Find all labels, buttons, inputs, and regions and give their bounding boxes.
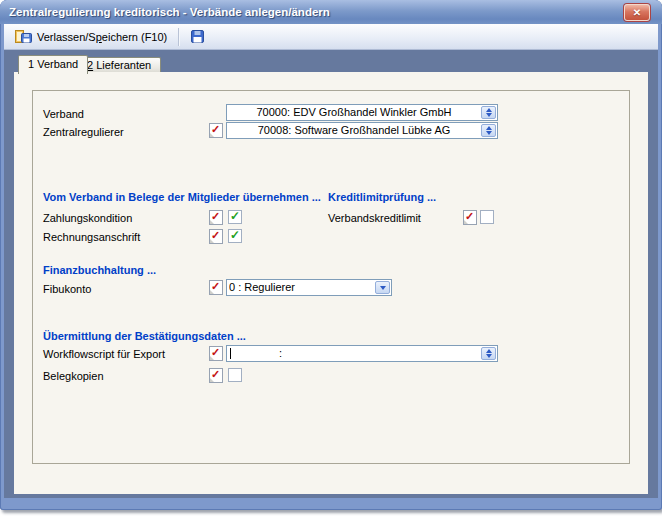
workflowscript-set-indicator-icon[interactable] — [209, 346, 223, 361]
save-icon — [191, 30, 204, 43]
text-caret — [230, 348, 231, 359]
workflowscript-label: Workflowscript für Export — [43, 348, 165, 360]
fibukonto-value: 0 : Regulierer — [229, 281, 373, 294]
rechnungsanschrift-set-indicator-icon[interactable] — [209, 229, 223, 244]
close-icon: ✕ — [633, 7, 641, 19]
tab-verband[interactable]: 1 Verband — [18, 55, 88, 74]
tab-page-verband: Verband 70000: EDV Großhandel Winkler Gm… — [14, 72, 648, 494]
section-uebernehmen: Vom Verband in Belege der Mitglieder übe… — [43, 191, 321, 203]
tab-verband-label: 1 Verband — [28, 58, 78, 70]
title-bar: Zentralregulierung kreditorisch - Verbän… — [0, 0, 662, 24]
zentralregulierer-set-indicator-icon[interactable] — [209, 123, 223, 138]
verbandskreditlimit-set-indicator-icon[interactable] — [463, 210, 477, 225]
close-button[interactable]: ✕ — [624, 4, 650, 21]
belegkopien-checkbox[interactable] — [228, 368, 242, 382]
screen: Zentralregulierung kreditorisch - Verbän… — [0, 0, 662, 518]
fibukonto-set-indicator-icon[interactable] — [209, 280, 223, 295]
verbandskreditlimit-checkbox[interactable] — [480, 210, 494, 224]
verband-value: 70000: EDV Großhandel Winkler GmbH — [229, 106, 479, 119]
verbandskreditlimit-label: Verbandskreditlimit — [328, 212, 421, 224]
belegkopien-label: Belegkopien — [43, 370, 104, 382]
exit-save-button[interactable]: Verlassen/Speichern (F10) — [8, 26, 174, 48]
exit-save-icon — [15, 29, 32, 44]
fibukonto-label: Fibukonto — [43, 283, 91, 295]
workflowscript-spinner-icon[interactable] — [481, 347, 496, 360]
form-groupbox: Verband 70000: EDV Großhandel Winkler Gm… — [32, 90, 630, 464]
rechnungsanschrift-checkbox[interactable] — [228, 229, 242, 243]
zentralregulierer-label: Zentralregulierer — [43, 126, 124, 138]
section-finanzbuchhaltung: Finanzbuchhaltung ... — [43, 264, 156, 276]
verband-combobox[interactable]: 70000: EDV Großhandel Winkler GmbH — [226, 104, 498, 121]
toolbar: Verlassen/Speichern (F10) — [4, 24, 658, 50]
belegkopien-set-indicator-icon[interactable] — [209, 368, 223, 383]
app-window: Zentralregulierung kreditorisch - Verbän… — [0, 0, 662, 510]
zentralregulierer-value: 70008: Software Großhandel Lübke AG — [229, 124, 479, 137]
client-area: 1 Verband 2 Lieferanten Verband 70000: E… — [4, 50, 658, 498]
fibukonto-dropdown-arrow-icon[interactable] — [375, 281, 390, 294]
section-kreditlimitpruefung: Kreditlimitprüfung ... — [328, 191, 436, 203]
tab-lieferanten-label: 2 Lieferanten — [87, 59, 151, 71]
exit-save-label: Verlassen/Speichern (F10) — [37, 31, 167, 43]
workflowscript-input[interactable]: : — [226, 345, 498, 362]
fibukonto-dropdown[interactable]: 0 : Regulierer — [226, 279, 392, 296]
zahlungskondition-set-indicator-icon[interactable] — [209, 210, 223, 225]
verband-spinner-icon[interactable] — [481, 106, 496, 119]
zentralregulierer-spinner-icon[interactable] — [481, 124, 496, 137]
save-button[interactable] — [184, 26, 211, 48]
section-uebermittlung: Übermittlung der Bestätigungsdaten ... — [43, 330, 246, 342]
toolbar-separator — [178, 28, 180, 46]
window-title: Zentralregulierung kreditorisch - Verbän… — [9, 0, 330, 24]
zentralregulierer-combobox[interactable]: 70008: Software Großhandel Lübke AG — [226, 122, 498, 139]
verband-label: Verband — [43, 108, 84, 120]
zahlungskondition-label: Zahlungskondition — [43, 212, 132, 224]
workflowscript-value: : — [279, 347, 479, 360]
zahlungskondition-checkbox[interactable] — [228, 210, 242, 224]
rechnungsanschrift-label: Rechnungsanschrift — [43, 231, 140, 243]
